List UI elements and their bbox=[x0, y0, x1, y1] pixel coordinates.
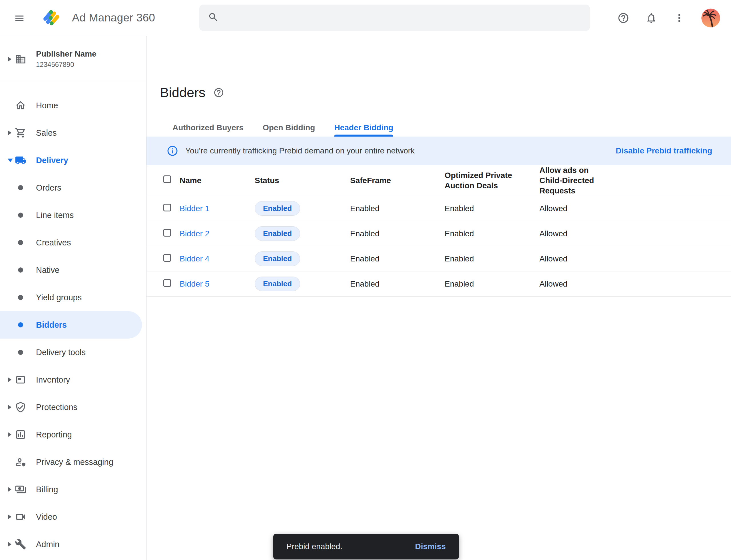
palm-tree-photo bbox=[701, 9, 720, 27]
page-title: Bidders bbox=[160, 85, 205, 100]
sidebar-item-creatives[interactable]: Creatives bbox=[0, 229, 142, 256]
publisher-selector[interactable]: Publisher Name 1234567890 bbox=[0, 36, 146, 82]
help-icon bbox=[213, 95, 224, 99]
sidebar-item-yield-groups[interactable]: Yield groups bbox=[0, 284, 142, 311]
tab-authorized-buyers[interactable]: Authorized Buyers bbox=[173, 119, 244, 137]
truck-icon bbox=[15, 155, 26, 166]
search-bar[interactable] bbox=[199, 5, 590, 31]
column-header-safeframe: SafeFrame bbox=[350, 175, 444, 186]
bar-chart-icon bbox=[15, 429, 26, 440]
tab-header-bidding[interactable]: Header Bidding bbox=[334, 119, 393, 137]
bullet-icon bbox=[18, 213, 23, 218]
tab-open-bidding[interactable]: Open Bidding bbox=[263, 119, 315, 137]
sidebar-item-sales[interactable]: Sales bbox=[0, 119, 142, 147]
chevron-right-icon bbox=[8, 405, 11, 410]
optimized-private-auction-deals-value: Enabled bbox=[444, 279, 539, 289]
safeframe-value: Enabled bbox=[350, 279, 444, 289]
sidebar-item-line-items[interactable]: Line items bbox=[0, 201, 142, 229]
allow-child-directed-value: Allowed bbox=[539, 229, 731, 238]
video-camera-icon bbox=[15, 511, 26, 523]
money-icon bbox=[15, 484, 26, 495]
row-checkbox[interactable] bbox=[163, 204, 171, 211]
shield-check-icon bbox=[15, 401, 26, 413]
bidder-link[interactable]: Bidder 2 bbox=[180, 229, 209, 238]
sidebar-nav: Home Sales Delivery Orders Line items Cr… bbox=[0, 82, 146, 558]
status-badge: Enabled bbox=[255, 201, 300, 216]
search-input[interactable] bbox=[225, 5, 590, 31]
banner-message: You’re currently trafficking Prebid dema… bbox=[185, 146, 414, 155]
chevron-right-icon bbox=[8, 487, 11, 492]
notifications-button[interactable] bbox=[645, 12, 657, 24]
header-actions bbox=[617, 0, 720, 36]
bidder-link[interactable]: Bidder 4 bbox=[180, 254, 209, 263]
row-checkbox[interactable] bbox=[163, 229, 171, 237]
sidebar-item-inventory[interactable]: Inventory bbox=[0, 366, 142, 393]
disable-prebid-link[interactable]: Disable Prebid trafficking bbox=[616, 146, 712, 155]
allow-child-directed-value: Allowed bbox=[539, 279, 731, 289]
bullet-icon bbox=[18, 350, 23, 355]
bell-icon bbox=[645, 21, 657, 25]
info-icon bbox=[167, 145, 179, 157]
ad-manager-logo-icon bbox=[41, 7, 63, 29]
account-avatar[interactable] bbox=[701, 9, 720, 27]
select-all-checkbox[interactable] bbox=[163, 175, 171, 183]
sidebar-item-delivery-tools[interactable]: Delivery tools bbox=[0, 339, 142, 366]
chevron-right-icon bbox=[8, 432, 11, 437]
table-row: Bidder 4 Enabled Enabled Enabled Allowed bbox=[147, 246, 731, 271]
sidebar-item-protections[interactable]: Protections bbox=[0, 393, 142, 421]
safeframe-value: Enabled bbox=[350, 204, 444, 213]
web-asset-icon bbox=[15, 374, 26, 385]
allow-child-directed-value: Allowed bbox=[539, 204, 731, 213]
hamburger-icon bbox=[14, 20, 25, 25]
info-banner: You’re currently trafficking Prebid dema… bbox=[147, 137, 731, 165]
help-button[interactable] bbox=[617, 12, 629, 24]
bidders-table: Name Status SafeFrame Optimized Private … bbox=[147, 165, 731, 297]
column-header-allow-child-directed: Allow ads on Child-Directed Requests bbox=[539, 165, 609, 196]
bidder-link[interactable]: Bidder 1 bbox=[180, 204, 209, 213]
bullet-icon bbox=[18, 185, 23, 190]
bullet-icon bbox=[18, 240, 23, 245]
sidebar-item-delivery[interactable]: Delivery bbox=[0, 147, 142, 174]
sidebar-item-billing[interactable]: Billing bbox=[0, 476, 142, 503]
sidebar-item-native[interactable]: Native bbox=[0, 256, 142, 284]
row-checkbox[interactable] bbox=[163, 279, 171, 287]
bidder-link[interactable]: Bidder 5 bbox=[180, 279, 209, 288]
sidebar-item-admin[interactable]: Admin bbox=[0, 531, 142, 558]
person-shield-icon bbox=[15, 456, 26, 468]
snackbar-toast: Prebid enabled. Dismiss bbox=[273, 534, 459, 559]
help-icon bbox=[617, 21, 629, 25]
publisher-id: 1234567890 bbox=[36, 61, 97, 69]
chevron-right-icon bbox=[8, 377, 11, 382]
sidebar-item-privacy-messaging[interactable]: Privacy & messaging bbox=[0, 448, 142, 476]
chevron-right-icon bbox=[8, 514, 11, 519]
status-badge: Enabled bbox=[255, 226, 300, 241]
sidebar-item-video[interactable]: Video bbox=[0, 503, 142, 531]
status-badge: Enabled bbox=[255, 277, 300, 291]
sidebar-item-orders[interactable]: Orders bbox=[0, 174, 142, 201]
page-help-button[interactable] bbox=[213, 87, 224, 98]
bullet-icon bbox=[18, 267, 23, 273]
safeframe-value: Enabled bbox=[350, 254, 444, 263]
sidebar-item-bidders[interactable]: Bidders bbox=[0, 311, 142, 339]
column-header-status: Status bbox=[255, 175, 350, 186]
wrench-icon bbox=[15, 539, 26, 550]
table-header-row: Name Status SafeFrame Optimized Private … bbox=[147, 165, 731, 196]
publisher-name: Publisher Name bbox=[36, 49, 97, 59]
home-icon bbox=[15, 100, 26, 111]
sidebar-item-reporting[interactable]: Reporting bbox=[0, 421, 142, 448]
menu-button[interactable] bbox=[14, 13, 25, 23]
app-title: Ad Manager 360 bbox=[72, 11, 155, 24]
optimized-private-auction-deals-value: Enabled bbox=[444, 229, 539, 238]
sidebar-item-home[interactable]: Home bbox=[0, 92, 142, 119]
safeframe-value: Enabled bbox=[350, 229, 444, 238]
table-row: Bidder 1 Enabled Enabled Enabled Allowed bbox=[147, 196, 731, 221]
status-badge: Enabled bbox=[255, 251, 300, 266]
chevron-down-icon bbox=[8, 159, 13, 162]
more-options-button[interactable] bbox=[673, 12, 685, 24]
search-icon bbox=[208, 12, 219, 24]
toast-message: Prebid enabled. bbox=[287, 542, 343, 551]
row-checkbox[interactable] bbox=[163, 254, 171, 262]
chevron-right-icon bbox=[8, 57, 11, 62]
app-header: Ad Manager 360 bbox=[0, 0, 731, 36]
dismiss-button[interactable]: Dismiss bbox=[415, 542, 446, 551]
